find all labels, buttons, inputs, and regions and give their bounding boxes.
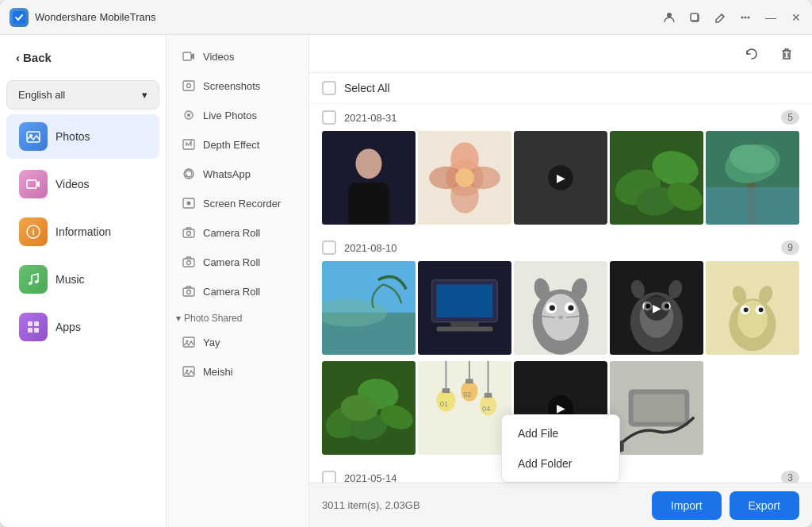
svg-rect-17 [34, 328, 39, 333]
camera-icon-2 [181, 254, 197, 270]
delete-button[interactable] [774, 41, 799, 67]
language-dropdown[interactable]: English all ▾ [6, 80, 159, 110]
svg-text:04: 04 [482, 404, 490, 413]
photo-shared-header[interactable]: ▾ Photo Shared [167, 306, 308, 327]
count-badge-3: 3 [781, 471, 799, 483]
date-checkbox-3[interactable] [322, 471, 336, 483]
menu-icon[interactable] [739, 11, 752, 24]
sub-item-deptheffect[interactable]: Depth Effect [171, 130, 304, 159]
whatsapp-icon [181, 166, 197, 182]
svg-point-4 [741, 16, 744, 18]
sub-item-label-screenrecorder: Screen Recorder [203, 198, 281, 210]
photo-cell-2-4[interactable]: ▶ [610, 261, 703, 355]
sub-item-meishi[interactable]: Meishi [171, 357, 304, 386]
sub-sidebar: Videos Screenshots Live Photos [167, 35, 309, 527]
live-photo-icon [181, 107, 197, 123]
duplicate-icon[interactable] [688, 11, 701, 24]
svg-rect-64 [437, 327, 493, 332]
svg-rect-31 [183, 288, 194, 296]
photo-cell-1-5[interactable] [706, 131, 799, 225]
svg-rect-27 [183, 229, 194, 237]
sub-item-videos[interactable]: Videos [171, 42, 304, 71]
camera-icon-3 [181, 283, 197, 299]
svg-point-22 [187, 113, 190, 117]
triangle-icon: ▾ [176, 313, 181, 324]
svg-point-38 [355, 148, 381, 179]
photo-cell-2-9[interactable] [610, 361, 703, 455]
close-icon[interactable]: ✕ [790, 11, 802, 24]
bottom-bar: Add File Add Folder 3011 item(s), 2.03GB… [309, 483, 812, 527]
sidebar-label-photos: Photos [56, 130, 90, 143]
play-button-1-3[interactable]: ▶ [548, 165, 573, 190]
sidebar-label-apps: Apps [56, 321, 81, 333]
sub-item-whatsapp[interactable]: WhatsApp [171, 160, 304, 188]
svg-rect-56 [706, 187, 799, 225]
sidebar-label-information: Information [56, 225, 111, 238]
svg-point-74 [557, 315, 563, 319]
photo-cell-1-4[interactable] [610, 131, 703, 225]
svg-point-94 [759, 307, 764, 312]
undo-button[interactable] [739, 41, 764, 67]
svg-point-30 [187, 261, 191, 265]
back-button[interactable]: ‹ Back [0, 44, 166, 77]
sub-item-label-deptheffect: Depth Effect [203, 139, 259, 151]
sidebar-item-music[interactable]: Music [6, 257, 159, 302]
sidebar-item-information[interactable]: i Information [6, 210, 159, 254]
sidebar-item-apps[interactable]: Apps [6, 305, 159, 349]
svg-rect-16 [28, 328, 33, 333]
photo-cell-1-3[interactable]: ▶ [514, 131, 607, 225]
svg-text:02: 02 [463, 390, 471, 398]
sub-item-cameraroll2[interactable]: Camera Roll [171, 248, 304, 276]
photo-cell-2-1[interactable] [322, 261, 416, 355]
photo-cell-2-5[interactable] [706, 261, 799, 355]
play-button-2-4[interactable]: ▶ [644, 295, 669, 321]
sidebar-item-photos[interactable]: Photos [6, 114, 159, 159]
photo-cell-2-3[interactable] [514, 261, 607, 355]
sub-item-label-videos: Videos [203, 51, 235, 63]
meishi-icon [181, 364, 197, 379]
sidebar-label-videos: Videos [56, 178, 90, 190]
sub-item-screenshots[interactable]: Screenshots [171, 71, 304, 100]
select-all-checkbox[interactable] [322, 81, 336, 95]
date-checkbox-1[interactable] [322, 110, 336, 125]
svg-point-1 [667, 13, 672, 17]
edit-icon[interactable] [714, 11, 726, 24]
photo-grid-1: ▶ [309, 131, 812, 231]
date-checkbox-2[interactable] [322, 240, 336, 255]
yay-icon [181, 334, 197, 350]
photo-cell-1-2[interactable] [418, 131, 511, 225]
photos-icon [19, 122, 48, 151]
add-file-button[interactable]: Add File [502, 418, 619, 448]
sub-item-cameraroll3[interactable]: Camera Roll [171, 277, 304, 306]
sub-item-cameraroll1[interactable]: Camera Roll [171, 218, 304, 247]
photo-cell-1-1[interactable] [322, 131, 416, 225]
sub-item-livephotos[interactable]: Live Photos [171, 101, 304, 129]
svg-rect-110 [485, 393, 492, 398]
sub-item-screenrecorder[interactable]: Screen Recorder [171, 189, 304, 217]
minimize-icon[interactable]: — [764, 11, 777, 24]
sub-item-label-cameraroll2: Camera Roll [203, 256, 260, 268]
export-button[interactable]: Export [730, 491, 799, 520]
svg-rect-9 [27, 180, 36, 188]
photo-cell-2-7[interactable]: 01 02 04 [418, 361, 511, 455]
content-toolbar [309, 35, 812, 73]
svg-point-12 [29, 282, 32, 285]
select-all-row: Select All [309, 73, 812, 104]
import-button[interactable]: Import [652, 491, 722, 520]
photo-cell-2-6[interactable] [322, 361, 416, 455]
apps-icon [19, 313, 48, 341]
svg-point-72 [550, 305, 555, 310]
dropdown-label: English all [18, 89, 65, 101]
svg-point-6 [748, 16, 750, 18]
photo-grid-2a: ▶ [309, 261, 812, 361]
sub-item-yay[interactable]: Yay [171, 328, 304, 356]
add-folder-button[interactable]: Add Folder [502, 448, 619, 479]
photo-cell-2-2[interactable] [418, 261, 511, 355]
sidebar-item-videos[interactable]: Videos [6, 162, 159, 206]
svg-point-46 [455, 168, 474, 187]
back-chevron: ‹ [16, 51, 20, 64]
count-badge-1: 5 [781, 110, 799, 125]
person-icon[interactable] [663, 11, 676, 24]
info-text: 3011 item(s), 2.03GB [322, 499, 644, 511]
window-controls: — ✕ [663, 11, 802, 24]
